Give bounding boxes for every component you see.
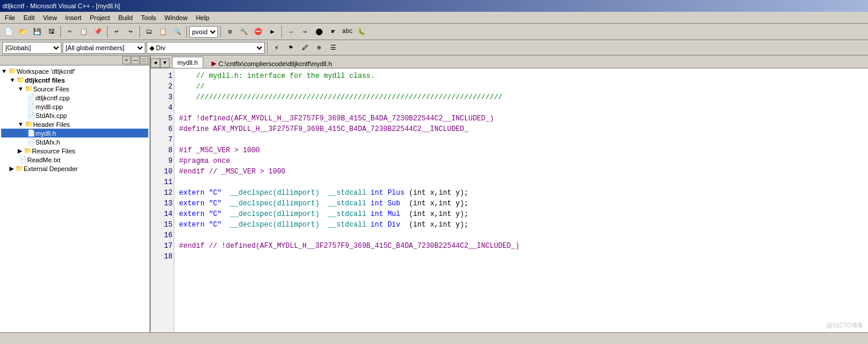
build-btn[interactable]: 🔨 (238, 25, 251, 38)
div-combo[interactable]: ◆ Div (147, 42, 265, 54)
new-file-btn[interactable]: 📄 (2, 25, 15, 38)
tree-label: Workspace 'dtljkcntf' (17, 68, 75, 75)
tree-icon: ▼ (18, 86, 24, 92)
menu-help[interactable]: Help (192, 14, 213, 22)
tab-mydll[interactable]: mydll.h (172, 57, 203, 68)
panel-min-btn[interactable]: — (131, 56, 139, 64)
tree-label: ReadMe.txt (27, 156, 60, 163)
tree-item[interactable]: ▼ 📁 Source Files (1, 84, 148, 93)
path-text: C:\cntflx\complierscode\dtljkcntf\mydll.… (219, 60, 332, 67)
code-line: ////////////////////////////////////////… (179, 92, 863, 103)
sep1 (60, 26, 61, 38)
code-content[interactable]: // mydll.h: interface for the mydll clas… (174, 68, 868, 332)
toolbar2-btn3[interactable]: 🖉 (298, 41, 311, 54)
debug-btn[interactable]: 🐛 (355, 25, 368, 38)
context-combo[interactable]: pvoid (189, 26, 218, 38)
tree-icon: ▼ (9, 77, 15, 83)
cut-btn[interactable]: ✂ (63, 25, 76, 38)
tab-label: mydll.h (177, 59, 198, 66)
title-bar: dtljkcntf - Microsoft Visual C++ - [mydl… (0, 0, 868, 12)
panel-max-btn[interactable]: □ (140, 56, 148, 64)
menu-insert[interactable]: Insert (61, 14, 85, 22)
menu-file[interactable]: File (1, 14, 19, 22)
watermark: @51CTO博客 (827, 322, 863, 330)
menu-view[interactable]: View (40, 14, 61, 22)
globals-combo[interactable]: [Globals] (2, 42, 61, 54)
tree-item[interactable]: ▼ 📁 dtljkcntf files (1, 76, 148, 84)
code-line (179, 177, 863, 188)
tree-label: dtljkcntf.cpp (35, 94, 70, 101)
copy-btn[interactable]: 📋 (77, 25, 90, 38)
tree-item[interactable]: ▼ 📁 Header Files (1, 120, 148, 129)
find-btn[interactable]: 🔍 (171, 25, 184, 38)
hand-btn[interactable]: ☛ (327, 25, 340, 38)
redo-btn[interactable]: ↪ (124, 25, 137, 38)
tree-item[interactable]: ▼ 📁 Workspace 'dtljkcntf' (1, 67, 148, 76)
panel-pin-btn[interactable]: × (122, 56, 131, 64)
tree-label: Header Files (33, 121, 70, 128)
run-btn[interactable]: ▶ (266, 25, 279, 38)
editor-panel: ◄ ▼ mydll.h ▶ C:\cntflx\complierscode\dt… (151, 55, 868, 332)
code-line (179, 103, 863, 113)
code-line: #pragma once (179, 156, 863, 166)
sep3 (139, 26, 140, 38)
undo-btn[interactable]: ↩ (110, 25, 123, 38)
code-line: // (179, 81, 863, 92)
tree-item[interactable]: 📄 StdAfx.cpp (1, 111, 148, 120)
menu-build[interactable]: Build (115, 14, 136, 22)
tree-label: mydll.cpp (35, 103, 63, 110)
tree-item[interactable]: 📄 ReadMe.txt (1, 155, 148, 164)
tab-prev-btn[interactable]: ◄ (151, 58, 160, 68)
tree-label: mydll.h (35, 130, 56, 137)
tree-icon: ▶ (18, 148, 22, 154)
main-area: × — □ ▼ 📁 Workspace 'dtljkcntf'▼ 📁 dtljk… (0, 55, 868, 332)
code-line: #if !defined(AFX_MYDLL_H__3F2757F9_369B_… (179, 113, 863, 124)
code-line: extern "C" __declspec(dllimport) __stdca… (179, 198, 863, 209)
code-line: #endif // _MSC_VER > 1000 (179, 166, 863, 177)
tree-item[interactable]: 📄 dtljkcntf.cpp (1, 93, 148, 102)
breakpoint-btn[interactable]: ⬤ (313, 25, 326, 38)
step-btn[interactable]: → (284, 25, 297, 38)
save-all-btn[interactable]: 🖫 (45, 25, 58, 38)
tree-label: Resource Files (32, 148, 75, 155)
sep2 (107, 26, 108, 38)
sep4 (186, 26, 187, 38)
stop-build-btn[interactable]: ⛔ (252, 25, 265, 38)
code-line (179, 230, 863, 241)
code-line: #define AFX_MYDLL_H__3F2757F9_369B_415C_… (179, 124, 863, 135)
toolbar2-btn2[interactable]: ⚑ (284, 41, 297, 54)
code-area: 1 2 3 4 5 6 7 8 9 10 11 12 13 14 15 16 1… (151, 68, 868, 332)
tree-item[interactable]: ▶ 📁 External Depender (1, 164, 148, 173)
tab-path: ▶ C:\cntflx\complierscode\dtljkcntf\mydl… (207, 59, 337, 68)
output-btn[interactable]: 📋 (157, 25, 170, 38)
paste-btn[interactable]: 📌 (92, 25, 105, 38)
tab-bar: ◄ ▼ mydll.h ▶ C:\cntflx\complierscode\dt… (151, 55, 868, 68)
tab-next-btn[interactable]: ▼ (160, 58, 170, 68)
workspace-btn[interactable]: 🗂 (142, 25, 155, 38)
open-btn[interactable]: 📂 (17, 25, 30, 38)
members-combo[interactable]: [All global members] (63, 42, 145, 54)
tree-item[interactable]: ▶ 📁 Resource Files (1, 146, 148, 155)
menu-edit[interactable]: Edit (20, 14, 38, 22)
code-line: extern "C" __declspec(dllimport) __stdca… (179, 188, 863, 198)
code-line: #if _MSC_VER > 1000 (179, 145, 863, 156)
compile-btn[interactable]: ⚙ (223, 25, 236, 38)
menu-project[interactable]: Project (86, 14, 113, 22)
menu-tools[interactable]: Tools (138, 14, 160, 22)
save-btn[interactable]: 💾 (31, 25, 44, 38)
sep-t2 (267, 42, 268, 54)
abc-btn[interactable]: abc (341, 25, 354, 38)
code-line: extern "C" __declspec(dllimport) __stdca… (179, 209, 863, 219)
tree-item[interactable]: 📄 StdAfx.h (1, 137, 148, 146)
tree-icon: ▼ (1, 68, 7, 74)
toolbar2-btn1[interactable]: ⚡ (270, 41, 283, 54)
menu-window[interactable]: Window (161, 14, 191, 22)
status-bar (0, 332, 868, 344)
tree-item[interactable]: 📄 mydll.h (1, 129, 148, 137)
toolbar2-btn4[interactable]: ⊕ (313, 41, 326, 54)
toolbar2-btn5[interactable]: ☰ (327, 41, 340, 54)
status-text (2, 335, 4, 342)
code-line (179, 135, 863, 145)
step-over-btn[interactable]: ⇒ (298, 25, 311, 38)
tree-item[interactable]: 📄 mydll.cpp (1, 102, 148, 111)
